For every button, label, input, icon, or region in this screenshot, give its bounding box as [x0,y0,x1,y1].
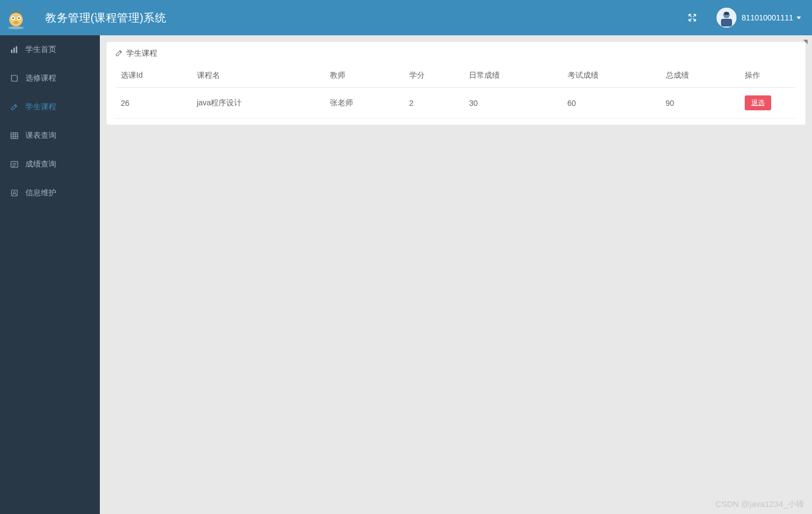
cell-id: 26 [116,88,193,119]
svg-rect-9 [721,19,732,26]
col-action: 操作 [740,64,795,88]
sidebar-item-label: 成绩查询 [25,159,56,169]
sidebar-item-home[interactable]: 学生首页 [0,35,100,64]
svg-point-0 [9,13,23,26]
sidebar-item-elective[interactable]: 选修课程 [0,64,100,93]
svg-rect-10 [724,12,729,15]
cell-teacher: 张老师 [325,88,404,119]
svg-point-6 [8,26,24,29]
fullscreen-button[interactable] [683,9,701,26]
svg-point-5 [14,21,19,24]
user-menu[interactable]: 811010001111 [717,8,801,28]
panel-title: 学生课程 [126,49,157,58]
col-course: 课程名 [193,64,326,88]
sidebar: 学生首页 选修课程 学生课程 课表查询 成绩查询 [0,35,100,514]
table-icon [10,131,19,140]
cell-course: java程序设计 [193,88,326,119]
col-total: 总成绩 [661,64,740,88]
svg-rect-13 [16,46,18,53]
sidebar-item-label: 学生课程 [25,102,56,112]
app-logo [2,4,30,31]
col-daily: 日常成绩 [464,64,563,88]
cell-exam: 60 [563,88,661,119]
svg-point-3 [12,18,14,19]
cell-total: 90 [661,88,740,119]
bar-chart-icon [10,45,19,54]
svg-rect-14 [11,133,18,139]
watermark: CSDN @java1234_小锋 [715,499,804,510]
username: 811010001111 [742,13,793,22]
sidebar-item-courses[interactable]: 学生课程 [0,93,100,121]
cell-daily: 30 [464,88,563,119]
col-credit: 学分 [405,64,465,88]
course-table: 选课Id 课程名 教师 学分 日常成绩 考试成绩 总成绩 操作 26 java程… [116,64,795,119]
chevron-down-icon [797,17,801,19]
main-content: 学生课程 选课Id 课程名 教师 学分 日常成绩 考试成绩 总成绩 操作 [100,35,812,514]
sidebar-item-label: 选修课程 [25,73,56,83]
content-panel: 学生课程 选课Id 课程名 教师 学分 日常成绩 考试成绩 总成绩 操作 [106,42,805,125]
svg-rect-11 [11,50,13,53]
svg-point-4 [18,18,20,19]
table-header-row: 选课Id 课程名 教师 学分 日常成绩 考试成绩 总成绩 操作 [116,64,795,88]
svg-point-24 [13,191,15,194]
sidebar-item-grades[interactable]: 成绩查询 [0,150,100,179]
table-row: 26 java程序设计 张老师 2 30 60 90 退选 [116,88,795,119]
profile-icon [10,189,19,197]
col-id: 选课Id [116,64,193,88]
svg-rect-23 [12,190,18,196]
panel-resize-handle[interactable] [803,40,808,44]
sidebar-item-label: 课表查询 [25,131,56,141]
edit-icon [10,103,19,111]
fullscreen-icon [687,13,697,23]
book-icon [10,74,19,83]
sidebar-item-label: 学生首页 [25,45,56,55]
panel-header: 学生课程 [106,42,805,64]
monkey-logo-icon [4,6,28,29]
withdraw-button[interactable]: 退选 [745,95,771,110]
app-title: 教务管理(课程管理)系统 [45,10,166,25]
app-header: 教务管理(课程管理)系统 811010001111 [0,0,812,35]
sidebar-item-schedule[interactable]: 课表查询 [0,121,100,150]
col-exam: 考试成绩 [563,64,661,88]
sidebar-item-label: 信息维护 [25,188,56,198]
edit-icon [115,49,123,58]
cell-action: 退选 [740,88,795,119]
cell-credit: 2 [405,88,465,119]
sidebar-item-profile[interactable]: 信息维护 [0,179,100,207]
list-icon [10,160,19,169]
avatar [717,8,736,28]
svg-rect-12 [13,48,15,53]
col-teacher: 教师 [325,64,404,88]
